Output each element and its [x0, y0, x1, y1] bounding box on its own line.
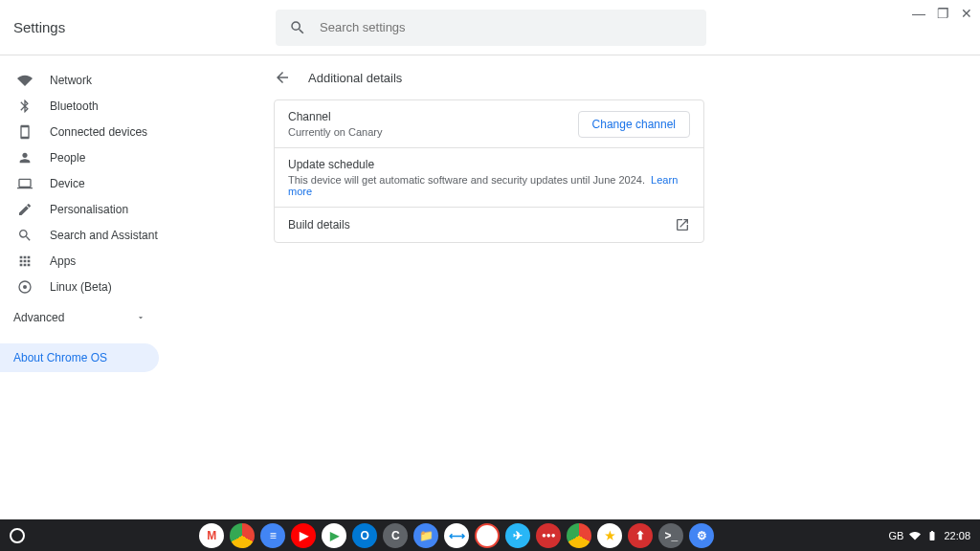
sidebar-about[interactable]: About Chrome OS — [0, 343, 159, 372]
advanced-label: Advanced — [13, 311, 64, 324]
sidebar-item-label: Connected devices — [50, 125, 147, 139]
laptop-icon — [17, 176, 33, 191]
gmail-icon[interactable]: M — [199, 523, 224, 548]
maximize-button[interactable]: ❐ — [937, 6, 949, 21]
update-text: This device will get automatic software … — [288, 174, 645, 186]
change-channel-button[interactable]: Change channel — [578, 111, 690, 138]
sidebar-item-label: Network — [50, 74, 92, 87]
content-header: Additional details — [274, 55, 704, 99]
header: Settings — [0, 0, 980, 55]
update-row: Update schedule This device will get aut… — [275, 148, 703, 208]
playstore-icon[interactable]: ▶ — [322, 523, 346, 548]
window-controls: — ❐ ✕ — [912, 6, 972, 21]
minimize-button[interactable]: — — [912, 6, 925, 21]
content-title: Additional details — [308, 71, 402, 85]
telegram-icon[interactable]: ✈ — [505, 523, 530, 548]
sidebar-item-label: Search and Assistant — [50, 229, 158, 242]
shelf-apps: M ≡ ▶ ▶ O C 📁 ⟷ ✈ ●●● ★ ⬆ >_ ⚙ — [25, 523, 889, 548]
sidebar-item-label: Device — [50, 177, 85, 190]
back-arrow-icon[interactable] — [274, 69, 291, 86]
chrome-icon[interactable] — [230, 523, 255, 548]
search-icon — [289, 19, 306, 36]
search-box[interactable] — [276, 10, 706, 46]
sidebar-item-label: Bluetooth — [50, 99, 99, 113]
sidebar-item-bluetooth[interactable]: Bluetooth — [0, 93, 159, 119]
locale-indicator: GB — [889, 530, 904, 541]
outlook-icon[interactable]: O — [352, 523, 377, 548]
shelf: M ≡ ▶ ▶ O C 📁 ⟷ ✈ ●●● ★ ⬆ >_ ⚙ GB 22:08 — [0, 519, 980, 551]
svg-point-1 — [23, 285, 27, 289]
sidebar-item-label: Linux (Beta) — [50, 280, 112, 294]
update-sub: This device will get automatic software … — [288, 174, 690, 197]
terminal-icon[interactable]: >_ — [658, 523, 683, 548]
upload-icon[interactable]: ⬆ — [628, 523, 653, 548]
update-title: Update schedule — [288, 158, 690, 171]
pencil-icon — [17, 202, 33, 217]
battery-status-icon — [926, 530, 938, 541]
sidebar-item-people[interactable]: People — [0, 144, 159, 170]
files-icon[interactable]: 📁 — [413, 523, 438, 548]
channel-sub: Currently on Canary — [288, 126, 578, 138]
wifi-status-icon — [909, 530, 921, 541]
sidebar-item-label: Personalisation — [50, 203, 128, 216]
clock: 22:08 — [944, 530, 970, 541]
sidebar-item-connected-devices[interactable]: Connected devices — [0, 119, 159, 144]
details-card: Channel Currently on Canary Change chann… — [274, 99, 704, 243]
status-tray[interactable]: GB 22:08 — [889, 530, 970, 541]
sidebar-item-label: People — [50, 151, 85, 165]
star-icon[interactable]: ★ — [597, 523, 622, 548]
apps-icon — [17, 253, 33, 269]
sidebar-item-linux[interactable]: Linux (Beta) — [0, 274, 159, 299]
close-button[interactable]: ✕ — [961, 6, 972, 21]
linux-icon — [17, 279, 33, 295]
app-red-icon[interactable]: ●●● — [536, 523, 561, 548]
sidebar-item-network[interactable]: Network — [0, 67, 159, 93]
sidebar-item-search[interactable]: Search and Assistant — [0, 222, 159, 248]
build-title: Build details — [288, 218, 350, 231]
chevron-down-icon — [136, 313, 145, 322]
settings-icon[interactable]: ⚙ — [689, 523, 714, 548]
sidebar: Network Bluetooth Connected devices Peop… — [0, 55, 159, 519]
sidebar-item-personalisation[interactable]: Personalisation — [0, 196, 159, 222]
app-round-icon[interactable] — [475, 523, 500, 548]
person-icon — [17, 150, 33, 165]
sidebar-item-label: Apps — [50, 254, 76, 268]
sidebar-item-device[interactable]: Device — [0, 170, 159, 196]
channel-row: Channel Currently on Canary Change chann… — [275, 100, 703, 148]
build-row[interactable]: Build details — [275, 208, 703, 242]
teamviewer-icon[interactable]: ⟷ — [444, 523, 469, 548]
sidebar-advanced[interactable]: Advanced — [0, 299, 159, 336]
external-link-icon — [675, 217, 690, 232]
search-input[interactable] — [320, 20, 693, 34]
docs-icon[interactable]: ≡ — [260, 523, 285, 548]
search-icon — [17, 228, 33, 243]
sidebar-item-apps[interactable]: Apps — [0, 248, 159, 274]
chrome2-icon[interactable] — [567, 523, 591, 548]
wifi-icon — [17, 73, 33, 88]
device-icon — [17, 124, 33, 140]
bluetooth-icon — [17, 99, 33, 114]
youtube-icon[interactable]: ▶ — [291, 523, 316, 548]
launcher-button[interactable] — [10, 528, 25, 543]
page-title: Settings — [0, 19, 276, 35]
channel-title: Channel — [288, 110, 578, 123]
app-c-icon[interactable]: C — [383, 523, 408, 548]
